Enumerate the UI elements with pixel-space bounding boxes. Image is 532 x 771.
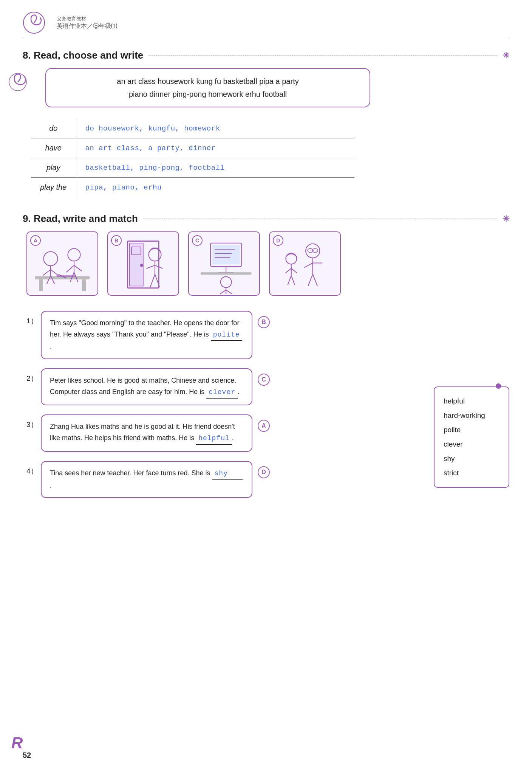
match-circle[interactable]: A: [258, 420, 270, 432]
svg-rect-33: [212, 245, 240, 265]
svg-rect-4: [39, 279, 43, 291]
story-answer[interactable]: clever: [206, 387, 238, 399]
table-items-cell: do housework, kungfu, homework: [76, 118, 355, 138]
word-list-box: helpfulhard-workingpoliteclevershystrict: [434, 386, 509, 488]
svg-rect-5: [82, 279, 86, 291]
logo-area: 义务教育教材 英语作业本／⑤年级⑴: [57, 16, 117, 30]
story-number: 1）: [26, 311, 41, 326]
word-list-item: hard-working: [444, 408, 500, 423]
header-title: 英语作业本／⑤年级⑴: [57, 22, 117, 30]
table-verb-cell: play the: [31, 178, 76, 198]
match-circle[interactable]: D: [258, 466, 270, 478]
page-header: 义务教育教材 英语作业本／⑤年级⑴: [23, 11, 509, 38]
vocab-table: dodo housework, kungfu, homeworkhavean a…: [30, 118, 355, 198]
story-number: 3）: [26, 414, 41, 430]
word-list-item: polite: [444, 423, 500, 437]
table-items-cell: pipa, piano, erhu: [76, 178, 355, 198]
section-divider: [148, 55, 497, 56]
story-answer[interactable]: helpful: [196, 433, 232, 445]
story-box-3: Zhang Hua likes maths and he is good at …: [41, 414, 252, 451]
story-text: Tina sees her new teacher. Her face turn…: [50, 469, 212, 477]
image-box-d: D: [269, 231, 341, 296]
story-box-2: Peter likes school. He is good at maths,…: [41, 368, 252, 405]
story-number: 2）: [26, 368, 41, 383]
image-label-c: C: [192, 235, 203, 246]
word-list-item: clever: [444, 437, 500, 451]
table-verb-cell: do: [31, 118, 76, 138]
word-list-item: helpful: [444, 394, 500, 408]
asterisk-icon: ✳: [503, 51, 509, 61]
image-box-a: A: [26, 231, 98, 296]
story-answer[interactable]: shy: [212, 468, 243, 480]
section-divider-9: [143, 219, 497, 219]
story-text-after: .: [238, 388, 240, 396]
stories-container: 1）Tim says "Good morning" to the teacher…: [23, 311, 509, 498]
image-label-a: A: [30, 235, 41, 246]
image-label-b: B: [111, 235, 122, 246]
images-row: A B C: [26, 231, 509, 296]
page-number: 52: [23, 751, 31, 760]
story-text-after: .: [50, 343, 52, 350]
match-circle[interactable]: C: [258, 374, 270, 386]
match-circle[interactable]: B: [258, 316, 270, 328]
svg-rect-19: [57, 276, 76, 277]
story-box-4: Tina sees her new teacher. Her face turn…: [41, 461, 252, 498]
table-verb-cell: play: [31, 158, 76, 178]
image-box-c: C: [188, 231, 260, 296]
table-items-cell: an art class, a party, dinner: [76, 138, 355, 158]
story-text-after: .: [232, 434, 234, 442]
word-list-item: strict: [444, 466, 500, 480]
svg-rect-3: [35, 276, 90, 279]
story-row-1: 1）Tim says "Good morning" to the teacher…: [26, 311, 513, 359]
section8-title: 8. Read, choose and write ✳: [23, 50, 509, 61]
story-answer[interactable]: polite: [211, 329, 242, 341]
word-bank-line2: piano dinner ping-pong homework erhu foo…: [57, 88, 358, 101]
spiral-decoration: [8, 73, 27, 92]
table-items-cell: basketball, ping-pong, football: [76, 158, 355, 178]
table-verb-cell: have: [31, 138, 76, 158]
svg-rect-39: [201, 272, 251, 275]
header-subtitle: 义务教育教材: [57, 16, 117, 22]
word-bank-box: an art class housework kung fu basketbal…: [45, 68, 370, 107]
image-label-d: D: [273, 235, 283, 246]
word-list-item: shy: [444, 451, 500, 466]
story-box-1: Tim says "Good morning" to the teacher. …: [41, 311, 252, 359]
story-number: 4）: [26, 461, 41, 476]
asterisk-icon-9: ✳: [503, 214, 509, 224]
logo-icon: [23, 11, 45, 34]
section9-title: 9. Read, write and match ✳: [23, 213, 509, 225]
story-text-after: .: [50, 482, 52, 489]
r-decoration: R: [11, 734, 23, 752]
image-box-b: B: [107, 231, 179, 296]
word-bank-line1: an art class housework kung fu basketbal…: [57, 75, 358, 88]
svg-point-23: [140, 264, 143, 267]
